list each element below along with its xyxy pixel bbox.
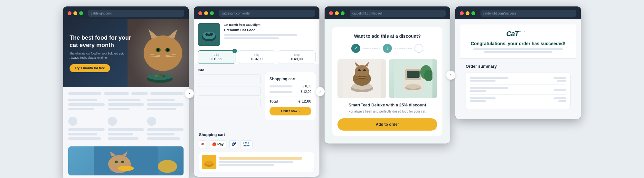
size-options: ✓ 2 kg € 19,99 4 kg € 34,99 6 kg € 49,00 — [198, 50, 316, 64]
svg-point-30 — [208, 34, 210, 36]
summary-row-1 — [470, 77, 566, 82]
size-btn-2kg[interactable]: ✓ 2 kg € 19,99 — [198, 50, 235, 64]
sum-placeholder-5 — [470, 97, 496, 99]
size-price-2: € 34,99 — [240, 57, 273, 61]
cat-thumbnail — [68, 146, 184, 175]
placeholder-line — [150, 92, 184, 95]
traffic-lights-1 — [68, 11, 83, 15]
tl-green-1[interactable] — [79, 11, 83, 15]
svg-point-7 — [166, 48, 169, 52]
placeholder-row-1 — [68, 92, 184, 95]
screen1-content: The best food for your cat every month T… — [63, 19, 189, 178]
cart-divider — [270, 96, 311, 96]
product-placeholder-1 — [224, 34, 297, 36]
add-to-order-button[interactable]: Add to order — [337, 118, 437, 131]
upsell-desc: For always fresh and perfectly dosed foo… — [337, 109, 437, 114]
screen4-toolbar: catdelight.com/success — [455, 6, 581, 19]
info-input-3[interactable] — [198, 98, 261, 107]
mini-product-image — [202, 155, 216, 169]
screen3-toolbar: catdelight.com/upsell — [325, 6, 450, 19]
brand-logo: CaT DELIGHT — [466, 30, 571, 38]
size-btn-4kg[interactable]: 4 kg € 34,99 — [238, 50, 276, 64]
payment-paypal: 𝒫 — [229, 140, 237, 148]
order-now-button[interactable]: Order now › — [270, 107, 311, 115]
svg-point-41 — [358, 69, 361, 71]
upsell-product-name: SmartFeed Deluxe with a 25% discount — [337, 103, 437, 107]
svg-point-47 — [406, 84, 421, 89]
cart-price-1: € 0,00 — [302, 84, 311, 88]
tl-yellow-4[interactable] — [466, 11, 469, 15]
sum-price-1 — [554, 77, 566, 82]
content-col-3 — [147, 99, 184, 112]
tl-green-4[interactable] — [471, 11, 475, 15]
screen2-wrapper: catdelight.com/order — [194, 6, 319, 177]
size-label-2: 4 kg — [240, 53, 273, 56]
sum-price-2 — [554, 89, 566, 91]
tl-red-1[interactable] — [68, 11, 71, 15]
info-label: Info — [198, 68, 261, 72]
thumbnail-cat-svg — [94, 146, 158, 175]
cart-line-placeholder-2 — [270, 91, 292, 93]
screen4-browser: catdelight.com/success CaT DELIGHT Congr… — [455, 6, 581, 119]
screen3-browser: catdelight.com/upsell Want to add this a… — [325, 6, 450, 143]
svg-rect-48 — [407, 71, 420, 78]
summary-row-3 — [470, 97, 566, 102]
sum-price-placeholder-3 — [554, 89, 566, 91]
size-check-icon: ✓ — [232, 49, 237, 53]
sum-price-placeholder-1 — [554, 77, 566, 79]
mini-placeholder-2 — [219, 161, 293, 163]
tl-red-2[interactable] — [198, 11, 202, 15]
content-col-5 — [108, 117, 144, 142]
info-input-1[interactable] — [198, 74, 261, 84]
nav-arrow-1[interactable]: › — [185, 89, 194, 98]
screen1-browser: catdelight.com The best food for your ca… — [63, 6, 189, 178]
svg-point-16 — [160, 74, 162, 76]
size-price-3: € 49,00 — [280, 57, 313, 61]
cart-total-row: Total € 12,00 — [270, 99, 311, 104]
upsell-card: Want to add this at a discount? ✓ — [332, 27, 442, 136]
content-col-6 — [147, 117, 184, 142]
summary-row-left-3 — [470, 97, 554, 102]
tl-yellow-3[interactable] — [335, 11, 339, 15]
sum-price-placeholder-2 — [557, 80, 566, 82]
success-title: Congratulations, your order has succeede… — [466, 41, 571, 46]
payment-icons: iD 🍎 Pay 𝒫 Bancontact — [199, 140, 314, 148]
tl-yellow-2[interactable] — [204, 11, 208, 15]
info-input-2[interactable] — [198, 86, 261, 96]
svg-point-23 — [121, 161, 124, 163]
sum-price-placeholder-4 — [554, 97, 566, 99]
screens-container: catdelight.com The best food for your ca… — [3, 6, 641, 178]
screen4-wrapper: catdelight.com/success CaT DELIGHT Congr… — [455, 6, 581, 119]
mini-product-card — [199, 152, 314, 172]
screen2-content: 1st month free: CatDelight Premium Cat F… — [194, 19, 319, 177]
size-btn-6kg[interactable]: 6 kg € 49,00 — [278, 50, 316, 64]
payment-ideal: iD — [199, 140, 206, 148]
tl-red-3[interactable] — [329, 11, 333, 15]
cart-total-label: Total — [270, 99, 278, 103]
summary-row-left-2 — [470, 87, 554, 92]
payment-bancontact: Bancontact — [241, 140, 253, 148]
url-text-4: catdelight.com/success — [483, 12, 516, 15]
url-text-3: catdelight.com/upsell — [352, 12, 382, 15]
placeholder-line — [104, 92, 129, 95]
mini-placeholder-3 — [219, 164, 274, 166]
placeholder-line — [68, 92, 101, 95]
progress-dots-1 — [363, 48, 380, 49]
logo-cat-text: CaT — [506, 30, 519, 38]
hero-cta-button[interactable]: Try 1 month for free — [70, 64, 110, 72]
nav-arrow-2[interactable]: › — [316, 87, 325, 96]
hero-title: The best food for your cat every month — [70, 34, 132, 49]
tl-yellow-1[interactable] — [73, 11, 77, 15]
tl-red-4[interactable] — [460, 11, 464, 15]
cart-line-2: € 12,00 — [270, 90, 311, 94]
nav-arrow-3[interactable]: › — [446, 71, 455, 80]
svg-point-14 — [147, 74, 172, 80]
tl-green-3[interactable] — [341, 11, 345, 15]
content-row-2 — [68, 117, 184, 142]
product-name: Premium Cat Food — [224, 28, 316, 32]
mini-placeholder-1 — [219, 157, 302, 160]
progress-dots-2 — [394, 48, 412, 49]
tl-green-2[interactable] — [210, 11, 214, 15]
sum-placeholder-3 — [470, 87, 508, 89]
screen3-wrapper: catdelight.com/upsell Want to add this a… — [325, 6, 450, 143]
